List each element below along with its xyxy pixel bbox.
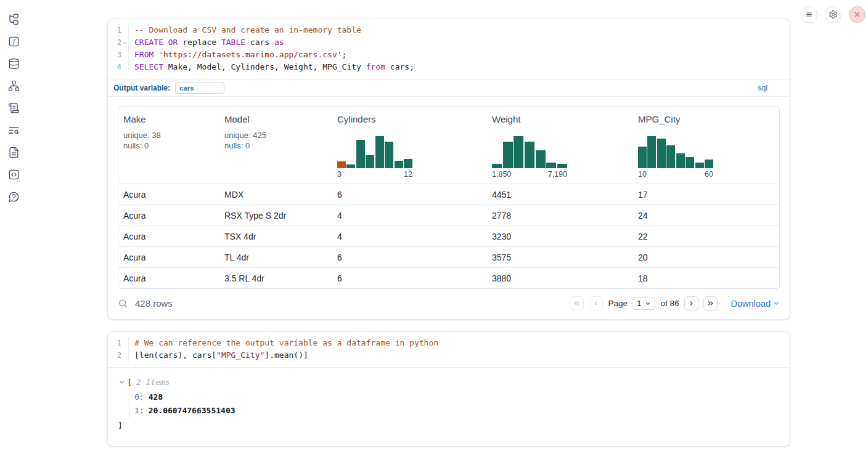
- next-page-button[interactable]: [684, 296, 698, 310]
- stat-nulls: nulls: 0: [224, 140, 327, 151]
- sidebar-item-scratchpad[interactable]: [7, 102, 20, 114]
- code-line[interactable]: 4 SELECT Make, Model, Cylinders, Weight,…: [108, 61, 790, 73]
- column-header-model[interactable]: Model unique: 425 nulls: 0: [219, 107, 332, 184]
- column-header-cylinders[interactable]: Cylinders 3 12: [332, 107, 487, 184]
- code-token: ].mean()]: [264, 350, 308, 360]
- download-button[interactable]: Download: [731, 299, 780, 309]
- functions-icon: f: [8, 36, 20, 47]
- last-page-button[interactable]: [703, 296, 718, 310]
- cell-weight: 3575: [487, 247, 633, 267]
- table-footer: 428 rows Page 1 of 86: [108, 289, 790, 319]
- collapse-chevron-icon[interactable]: [118, 378, 125, 386]
- stat-unique: unique: 425: [224, 130, 327, 140]
- sidebar-item-documentation[interactable]: [7, 147, 20, 158]
- line-gutter: 2: [108, 349, 129, 362]
- code-line[interactable]: 1 -- Download a CSV and create an in-mem…: [108, 24, 790, 36]
- search-icon[interactable]: [118, 298, 128, 309]
- code-token: "MPG_City": [216, 350, 264, 360]
- cell-make: Acura: [118, 184, 219, 204]
- histogram-bar: [536, 150, 546, 168]
- column-name[interactable]: Make: [123, 114, 215, 124]
- item-index: 0:: [134, 392, 144, 402]
- code-line[interactable]: 2 [len(cars), cars["MPG_City"].mean()]: [108, 349, 790, 362]
- fold-chevron-icon[interactable]: [121, 39, 128, 46]
- line-gutter: 1: [108, 337, 129, 349]
- axis-max-label: 60: [705, 170, 713, 179]
- fold-spacer: [121, 340, 128, 347]
- python-cell-card: 1 # We can reference the output variable…: [107, 331, 790, 447]
- code-text: # We can reference the output variable a…: [129, 337, 438, 349]
- cell-weight: 4451: [487, 184, 633, 204]
- line-gutter: 1: [108, 24, 129, 36]
- fold-spacer: [121, 64, 128, 71]
- sidebar-item-help[interactable]: [7, 191, 20, 203]
- column-name[interactable]: MPG_City: [638, 114, 774, 124]
- sidebar-item-dependency-graph[interactable]: [7, 80, 20, 92]
- sidebar-item-logs[interactable]: [7, 124, 20, 136]
- snippets-icon: [8, 169, 20, 180]
- page-total-label: of 86: [660, 299, 679, 308]
- chevron-down-icon: [645, 301, 651, 307]
- settings-button[interactable]: [825, 6, 841, 23]
- cell-model: MDX: [219, 184, 332, 204]
- line-number: 1: [117, 24, 121, 36]
- python-code-editor[interactable]: 1 # We can reference the output variable…: [108, 332, 790, 367]
- histogram-bar: [657, 139, 666, 168]
- histogram-bar: [346, 164, 355, 168]
- menu-button[interactable]: [801, 6, 817, 23]
- column-header-make[interactable]: Make unique: 38 nulls: 0: [118, 107, 219, 184]
- fold-spacer: [121, 27, 128, 34]
- item-index: 1:: [134, 406, 144, 415]
- output-variable-input[interactable]: cars: [175, 83, 224, 94]
- cell-make: Acura: [118, 268, 219, 288]
- histogram-bar: [638, 147, 647, 168]
- sidebar-item-file-tree[interactable]: [7, 14, 20, 25]
- column-name[interactable]: Cylinders: [337, 114, 482, 124]
- top-actions: [801, 6, 866, 23]
- chevron-right-icon: [687, 299, 695, 307]
- histogram-bar: [385, 142, 393, 168]
- shutdown-button[interactable]: [849, 6, 866, 23]
- histogram-bar: [705, 160, 713, 168]
- code-token: [163, 38, 168, 47]
- code-token: CREATE: [134, 38, 163, 47]
- code-token: ;: [342, 50, 347, 59]
- histogram-bars: [337, 136, 412, 168]
- code-token: Make, Model, Cylinders, Weight, MPG_City: [163, 62, 366, 71]
- line-number: 2: [117, 36, 121, 49]
- histogram-bar: [337, 161, 346, 168]
- column-histogram: 10 60: [638, 136, 774, 179]
- fold-spacer: [121, 352, 128, 359]
- line-gutter: 2: [108, 36, 129, 49]
- code-line[interactable]: 1 # We can reference the output variable…: [108, 337, 790, 349]
- cell-cylinders: 6: [332, 268, 487, 288]
- sidebar-item-datasources[interactable]: [7, 58, 20, 70]
- column-header-mpg-city[interactable]: MPG_City 10 60: [633, 107, 779, 184]
- code-line[interactable]: 2 CREATE OR replace TABLE cars as: [108, 36, 790, 49]
- column-name[interactable]: Weight: [492, 114, 628, 124]
- code-token: OR: [168, 38, 178, 47]
- stat-nulls: nulls: 0: [123, 140, 215, 151]
- pagination: Page 1 of 86 Download: [570, 296, 780, 310]
- code-line[interactable]: 3 FROM 'https://datasets.marimo.app/cars…: [108, 49, 790, 61]
- first-page-button[interactable]: [570, 296, 584, 310]
- cell-mpg-city: 20: [633, 247, 779, 267]
- close-bracket: ]: [118, 419, 780, 431]
- code-token: # We can reference the output variable a…: [134, 338, 438, 347]
- page-select[interactable]: 1: [633, 297, 656, 310]
- column-histogram: 1,850 7,190: [492, 136, 628, 179]
- sql-code-editor[interactable]: 1 -- Download a CSV and create an in-mem…: [108, 19, 790, 79]
- histogram-axis-labels: 10 60: [638, 170, 713, 179]
- sidebar-item-functions[interactable]: f: [7, 36, 20, 47]
- axis-max-label: 12: [404, 170, 412, 179]
- table-row: Acura TL 4dr 6 3575 20: [118, 246, 779, 267]
- column-header-weight[interactable]: Weight 1,850 7,190: [487, 107, 633, 184]
- cell-make: Acura: [118, 205, 219, 225]
- sidebar-item-snippets[interactable]: [7, 169, 20, 180]
- file-tree-icon: [8, 14, 20, 25]
- svg-text:f: f: [12, 38, 15, 45]
- previous-page-button[interactable]: [589, 296, 603, 310]
- histogram-bar: [503, 142, 513, 168]
- chevrons-left-icon: [573, 299, 581, 307]
- column-name[interactable]: Model: [224, 114, 327, 124]
